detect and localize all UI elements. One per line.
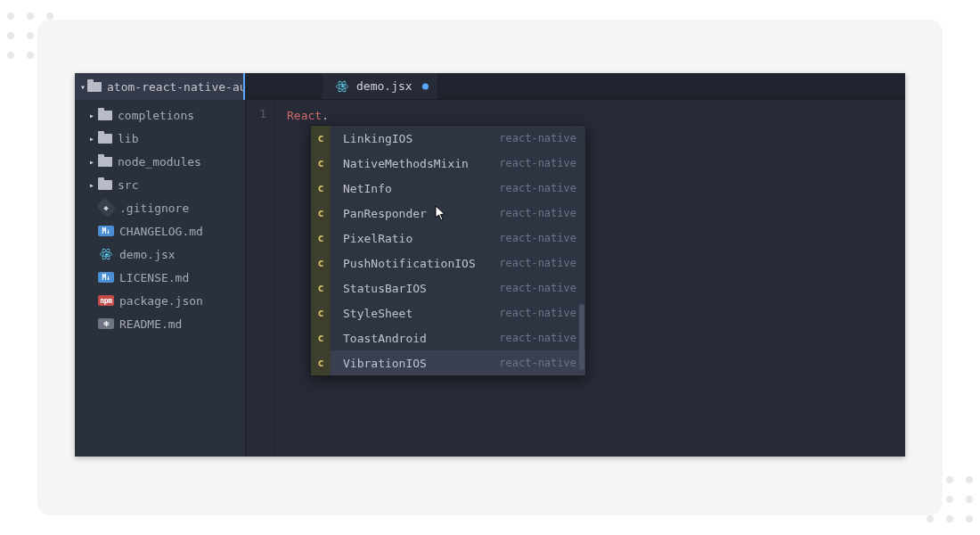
file-tree: completions lib node_modules src (75, 100, 245, 339)
file-tree-sidebar[interactable]: atom-react-native-auto completions lib (75, 73, 246, 457)
code-area[interactable]: 1 React. c LinkingIOS react-native (246, 100, 905, 457)
autocomplete-item-selected[interactable]: c VibrationIOS react-native (311, 350, 585, 375)
completion-source: react-native (499, 357, 576, 369)
folder-icon (98, 157, 112, 167)
completion-label: PanResponder (343, 207, 492, 220)
tree-item-label: README.md (119, 317, 182, 331)
tree-file[interactable]: demo.jsx (75, 243, 245, 266)
tab-bar[interactable]: demo.jsx (246, 73, 905, 100)
completion-kind-icon: c (311, 151, 331, 176)
chevron-right-icon (87, 180, 96, 190)
tab-spacer (246, 73, 323, 99)
react-icon (335, 80, 349, 93)
completion-kind-icon: c (311, 226, 331, 251)
tree-item-label: lib (118, 132, 138, 145)
tree-folder[interactable]: completions (75, 103, 245, 127)
readme-icon: ⁜ (98, 318, 114, 329)
unsaved-indicator-icon (422, 83, 429, 89)
tree-item-label: CHANGELOG.md (119, 225, 203, 238)
code-line: React. (287, 107, 905, 125)
autocomplete-item[interactable]: c StatusBarIOS react-native (311, 276, 585, 300)
git-icon: ◆ (96, 198, 117, 218)
tab-label: demo.jsx (356, 79, 412, 93)
completion-source: react-native (499, 207, 576, 219)
project-root[interactable]: atom-react-native-auto (75, 73, 245, 100)
completion-kind-icon: c (311, 201, 331, 226)
completion-kind-icon: c (311, 300, 331, 325)
completion-label: ToastAndroid (343, 332, 492, 345)
chevron-right-icon (87, 157, 96, 167)
autocomplete-item[interactable]: c NativeMethodsMixin react-native (311, 151, 585, 176)
completion-label: VibrationIOS (343, 357, 492, 370)
completion-source: react-native (499, 157, 576, 169)
token-identifier: React (287, 109, 322, 122)
tree-item-label: LICENSE.md (119, 271, 189, 284)
tree-file[interactable]: npm package.json (75, 289, 245, 312)
folder-icon (87, 82, 102, 92)
autocomplete-popup[interactable]: c LinkingIOS react-native c NativeMethod… (310, 125, 586, 376)
tree-file[interactable]: ◆ .gitignore (75, 196, 245, 219)
completion-source: react-native (499, 132, 576, 144)
autocomplete-item[interactable]: c PanResponder react-native (311, 201, 585, 226)
completion-label: StyleSheet (343, 307, 492, 320)
folder-icon (98, 180, 112, 190)
screenshot-stage: atom-react-native-auto completions lib (37, 20, 943, 515)
chevron-right-icon (87, 111, 96, 120)
tree-folder[interactable]: src (75, 173, 245, 196)
tree-file[interactable]: ⁜ README.md (75, 312, 245, 335)
folder-icon (98, 134, 112, 144)
completion-source: react-native (499, 182, 576, 194)
completion-kind-icon: c (311, 325, 331, 350)
autocomplete-item[interactable]: c PushNotificationIOS react-native (311, 251, 585, 276)
completion-label: NativeMethodsMixin (343, 157, 492, 170)
tree-folder[interactable]: lib (75, 127, 245, 150)
completion-source: react-native (499, 257, 576, 269)
npm-icon: npm (98, 295, 114, 306)
completion-source: react-native (499, 232, 576, 244)
autocomplete-item[interactable]: c StyleSheet react-native (311, 300, 585, 325)
token-dot: . (322, 109, 329, 122)
tree-item-label: package.json (119, 294, 203, 308)
completion-kind-icon: c (311, 176, 331, 201)
chevron-down-icon (80, 82, 86, 92)
completion-source: react-native (499, 282, 576, 294)
folder-icon (98, 111, 112, 120)
tree-item-label: completions (118, 109, 194, 122)
completion-kind-icon: c (311, 251, 331, 276)
editor-main: demo.jsx 1 React. c LinkingIOS (246, 73, 905, 457)
markdown-icon: M↓ (98, 226, 114, 236)
autocomplete-item[interactable]: c ToastAndroid react-native (311, 325, 585, 350)
autocomplete-scrollbar[interactable] (579, 304, 584, 370)
markdown-icon: M↓ (98, 272, 114, 283)
completion-label: PushNotificationIOS (343, 257, 492, 270)
completion-label: NetInfo (343, 182, 492, 195)
line-number: 1 (246, 107, 266, 120)
chevron-right-icon (87, 134, 96, 144)
completion-label: PixelRatio (343, 232, 492, 245)
completion-kind-icon: c (311, 350, 331, 375)
code-content[interactable]: React. c LinkingIOS react-native c Nativ… (274, 100, 905, 457)
tree-folder[interactable]: node_modules (75, 150, 245, 173)
tree-item-label: node_modules (118, 155, 201, 169)
tree-item-label: .gitignore (119, 202, 189, 215)
completion-kind-icon: c (311, 126, 331, 151)
tree-file[interactable]: M↓ LICENSE.md (75, 266, 245, 289)
autocomplete-item[interactable]: c NetInfo react-native (311, 176, 585, 201)
react-icon (98, 249, 114, 259)
completion-label: StatusBarIOS (343, 282, 492, 295)
project-name: atom-react-native-auto (107, 80, 245, 94)
completion-source: react-native (499, 332, 576, 344)
tree-file[interactable]: M↓ CHANGELOG.md (75, 219, 245, 243)
completion-label: LinkingIOS (343, 132, 492, 145)
autocomplete-item[interactable]: c PixelRatio react-native (311, 226, 585, 251)
tree-item-label: src (118, 178, 138, 192)
tab-active[interactable]: demo.jsx (323, 73, 438, 99)
autocomplete-item[interactable]: c LinkingIOS react-native (311, 126, 585, 151)
editor-window: atom-react-native-auto completions lib (75, 73, 905, 457)
completion-kind-icon: c (311, 276, 331, 300)
line-gutter: 1 (246, 100, 274, 457)
tree-item-label: demo.jsx (119, 248, 176, 261)
completion-source: react-native (499, 307, 576, 319)
